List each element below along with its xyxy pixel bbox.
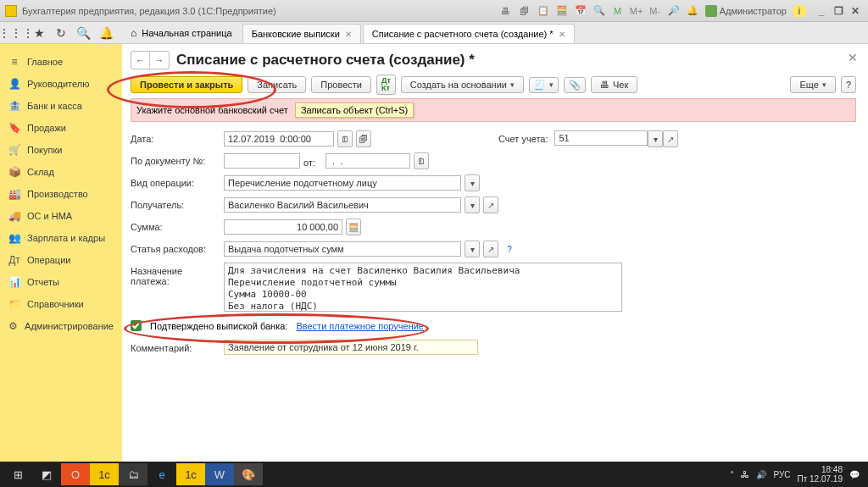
purpose-textarea[interactable] xyxy=(224,263,622,312)
tray-up-icon[interactable]: ˄ xyxy=(730,470,734,479)
task-app-icon[interactable]: 1c xyxy=(90,463,119,485)
content-area: ← → Списание с расчетного счета (создани… xyxy=(122,44,868,462)
task-word-icon[interactable]: W xyxy=(205,463,234,485)
user-badge[interactable]: Администратор xyxy=(705,5,787,17)
link-button[interactable]: 🧾▾ xyxy=(529,77,559,93)
bell-icon[interactable]: 🔔 xyxy=(686,4,699,18)
tool-icon[interactable]: 📋 xyxy=(537,4,550,18)
dropdown-icon[interactable]: ▾ xyxy=(465,241,480,257)
calendar-icon[interactable]: 🗓 xyxy=(337,130,353,147)
dropdown-icon[interactable]: ▾ xyxy=(465,196,480,213)
sidebar-item[interactable]: 🏭Производство xyxy=(0,183,122,205)
sidebar-item[interactable]: 🏦Банк и касса xyxy=(0,95,122,117)
tool-icon[interactable]: 🔍 xyxy=(593,4,606,18)
date-input[interactable] xyxy=(224,131,334,147)
create-payment-order-link[interactable]: Ввести платежное поручение xyxy=(296,321,424,331)
task-app-icon[interactable]: 🎨 xyxy=(234,463,263,485)
doc-number-input[interactable] xyxy=(224,153,300,169)
sum-input[interactable] xyxy=(224,219,342,235)
nav-back-button[interactable]: ← xyxy=(131,52,150,69)
sidebar-item[interactable]: 📁Справочники xyxy=(0,293,122,315)
nav-forward-button[interactable]: → xyxy=(150,52,169,69)
tool-icon[interactable]: 🖶 xyxy=(499,4,513,18)
close-icon[interactable]: ✕ xyxy=(559,30,565,39)
tool-icon[interactable]: M+ xyxy=(630,4,643,18)
start-button[interactable]: ⊞ xyxy=(3,463,32,485)
sidebar-item[interactable]: 🛒Покупки xyxy=(0,139,122,161)
tool-icon[interactable]: 🧮 xyxy=(555,4,569,18)
bell-small-icon[interactable]: 🔔 xyxy=(99,25,114,41)
tray-net-icon[interactable]: 🖧 xyxy=(741,470,749,479)
task-app-icon[interactable]: 1c xyxy=(176,463,205,485)
open-ref-icon[interactable]: ↗ xyxy=(483,241,498,257)
app-logo xyxy=(5,5,17,17)
tray-lang[interactable]: РУС xyxy=(773,470,790,479)
sidebar-icon: 👤 xyxy=(8,78,20,90)
label-ot: от: xyxy=(303,154,315,168)
dropdown-icon[interactable]: ▾ xyxy=(648,130,663,147)
open-ref-icon[interactable]: ↗ xyxy=(483,196,498,213)
sidebar-item[interactable]: ≡Главное xyxy=(0,51,122,73)
account-input[interactable] xyxy=(554,130,648,146)
sidebar-item[interactable]: 👤Руководителю xyxy=(0,73,122,95)
close-icon[interactable]: ✕ xyxy=(345,30,352,39)
tab-label: Начальная страница xyxy=(142,28,231,38)
sidebar-item-label: Производство xyxy=(27,189,88,199)
tool-icon[interactable]: M xyxy=(611,4,625,18)
tray-notify-icon[interactable]: 💬 xyxy=(849,470,860,479)
tab-home[interactable]: ⌂ Начальная страница xyxy=(122,23,241,43)
apps-icon[interactable]: ⋮⋮⋮ xyxy=(8,25,24,41)
calendar-icon[interactable]: 🗓 xyxy=(414,152,429,169)
task-explorer-icon[interactable]: 🗂 xyxy=(119,463,147,485)
minimize-button[interactable]: _ xyxy=(814,4,829,18)
sidebar-item[interactable]: 👥Зарплата и кадры xyxy=(0,227,122,249)
search-small-icon[interactable]: 🔍 xyxy=(76,25,91,41)
sidebar-item[interactable]: ДтОперации xyxy=(0,249,122,271)
create-based-on-button[interactable]: Создать на основании▾ xyxy=(401,76,524,93)
tool-icon[interactable]: 🗐 xyxy=(518,4,531,18)
restore-button[interactable]: ❐ xyxy=(831,4,846,18)
sidebar-item[interactable]: 📊Отчеты xyxy=(0,271,122,293)
panel-close-button[interactable]: ✕ xyxy=(848,51,858,64)
help-button[interactable]: ? xyxy=(841,76,856,93)
sidebar-item[interactable]: ⚙Администрирование xyxy=(0,315,122,337)
open-record-icon[interactable]: 🗐 xyxy=(356,130,371,147)
save-button[interactable]: Записать xyxy=(248,76,306,93)
taskview-button[interactable]: ◩ xyxy=(32,463,61,485)
cost-item-input[interactable] xyxy=(224,241,461,257)
dropdown-icon[interactable]: ▾ xyxy=(465,174,480,191)
open-ref-icon[interactable]: ↗ xyxy=(663,130,678,147)
calc-icon[interactable]: 🧮 xyxy=(346,219,361,235)
label-optype: Вид операции: xyxy=(131,174,224,188)
label-comment: Комментарий: xyxy=(131,340,224,353)
confirmed-checkbox[interactable] xyxy=(131,320,142,331)
close-button[interactable]: ✕ xyxy=(848,4,863,18)
info-icon[interactable]: i xyxy=(793,4,806,18)
tool-icon[interactable]: M- xyxy=(648,4,662,18)
comment-input[interactable] xyxy=(224,340,478,355)
sidebar-item[interactable]: 📦Склад xyxy=(0,161,122,183)
more-button[interactable]: Еще▾ xyxy=(790,76,835,93)
tool-icon[interactable]: 📅 xyxy=(574,4,587,18)
operation-type-input[interactable] xyxy=(224,175,461,191)
star-icon[interactable]: ★ xyxy=(32,25,46,41)
task-ie-icon[interactable]: e xyxy=(147,463,176,485)
search-icon[interactable]: 🔎 xyxy=(667,4,681,18)
sidebar-item[interactable]: 🚚ОС и НМА xyxy=(0,205,122,227)
post-button[interactable]: Провести xyxy=(311,76,371,93)
help-icon[interactable]: ? xyxy=(502,241,517,257)
sidebar-item-label: Покупки xyxy=(27,145,62,155)
tab-bank-statements[interactable]: Банковские выписки ✕ xyxy=(242,24,361,43)
dtkt-button[interactable]: Дт Кт xyxy=(376,75,396,95)
doc-date-input[interactable] xyxy=(326,153,410,169)
history-icon[interactable]: ↻ xyxy=(54,25,68,41)
task-app-icon[interactable]: O xyxy=(61,463,90,485)
tray-vol-icon[interactable]: 🔊 xyxy=(756,470,766,479)
sidebar-item[interactable]: 🔖Продажи xyxy=(0,117,122,139)
post-and-close-button[interactable]: Провести и закрыть xyxy=(131,76,242,93)
attach-button[interactable]: 📎 xyxy=(564,77,586,93)
cheque-button[interactable]: 🖶 Чек xyxy=(591,76,637,93)
receiver-input[interactable] xyxy=(224,197,461,213)
sidebar-icon: 🏭 xyxy=(8,188,20,200)
tab-writeoff[interactable]: Списание с расчетного счета (создание) *… xyxy=(363,24,575,43)
